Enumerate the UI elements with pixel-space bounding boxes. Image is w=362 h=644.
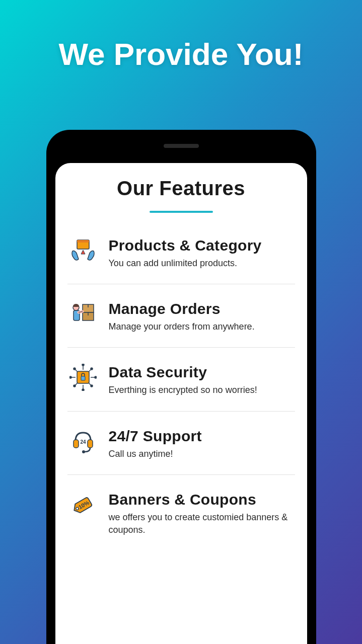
feature-manage-orders: Manage Orders Manage your orders from an… [67, 298, 295, 347]
svg-point-19 [91, 368, 93, 370]
svg-point-23 [91, 385, 93, 387]
phone-speaker [164, 144, 199, 148]
delivery-person-icon [69, 300, 97, 328]
svg-rect-1 [77, 240, 89, 243]
feature-desc: Manage your orders from anywhere. [109, 320, 295, 333]
headset-support-icon: 24 [69, 428, 97, 455]
svg-point-11 [82, 389, 84, 391]
feature-banners-coupons: 10% Banners & Coupons we offers you to c… [67, 489, 295, 550]
svg-text:24: 24 [80, 439, 86, 445]
phone-mockup: Our Features Products & Category You can [46, 130, 316, 644]
svg-rect-27 [88, 440, 93, 448]
svg-point-21 [74, 385, 76, 387]
feature-title: Banners & Coupons [109, 491, 295, 508]
feature-support: 24 24/7 Support Call us anytime! [67, 426, 295, 474]
feature-desc: Call us anytime! [109, 448, 295, 460]
feature-desc: Everthing is encrypted so no worries! [109, 384, 295, 396]
svg-point-9 [82, 364, 84, 366]
feature-title: Data Security [109, 364, 295, 381]
svg-point-28 [82, 450, 85, 453]
hero-title: We Provide You! [0, 0, 362, 72]
coupon-tag-icon: 10% [69, 491, 97, 518]
phone-screen: Our Features Products & Category You can [55, 163, 307, 644]
feature-title: 24/7 Support [109, 428, 295, 445]
svg-rect-26 [74, 440, 79, 448]
divider [67, 347, 295, 348]
feature-desc: You can add unlimited products. [109, 257, 295, 270]
feature-title: Manage Orders [109, 300, 295, 317]
svg-rect-25 [81, 376, 85, 380]
feature-title: Products & Category [109, 237, 295, 254]
divider [67, 284, 295, 284]
svg-point-17 [74, 368, 76, 370]
feature-products-category: Products & Category You can add unlimite… [67, 235, 295, 284]
security-chip-icon [69, 364, 97, 391]
feature-data-security: Data Security Everthing is encrypted so … [67, 362, 295, 411]
svg-point-15 [95, 376, 97, 378]
products-hands-icon [69, 237, 97, 264]
divider [67, 474, 295, 475]
features-list: Products & Category You can add unlimite… [67, 235, 295, 550]
feature-desc: we offers you to create customied banner… [109, 511, 295, 536]
title-underline [150, 211, 213, 213]
svg-point-13 [69, 376, 71, 378]
divider [67, 411, 295, 412]
section-title: Our Features [67, 177, 295, 200]
